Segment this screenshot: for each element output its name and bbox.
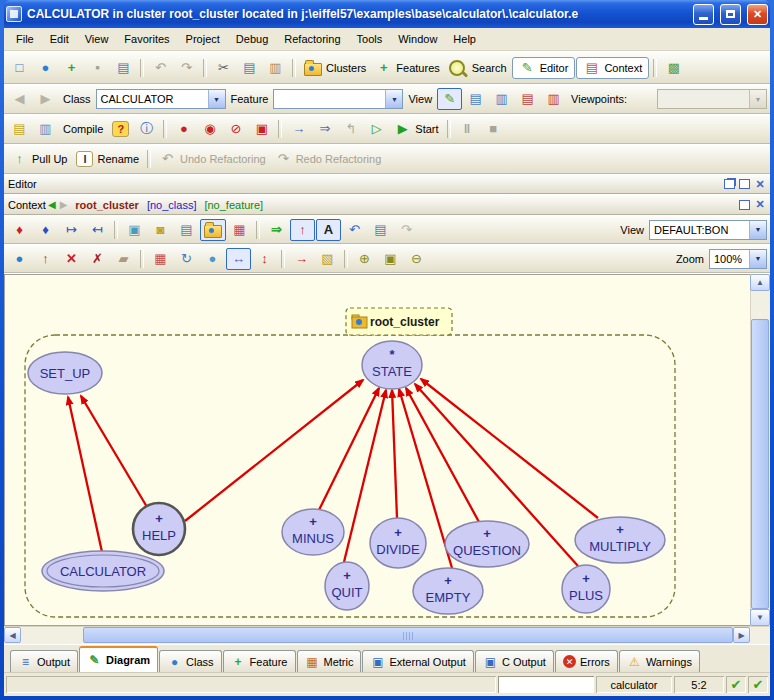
tab-warnings[interactable]: Warnings	[619, 650, 700, 672]
compile-button[interactable]: Compile	[59, 120, 107, 138]
export-locked-button[interactable]	[148, 219, 173, 241]
new-document-button[interactable]	[7, 57, 32, 79]
diagram-canvas-area[interactable]: root_clusterSET_UP*STATE+HELPCALCULATOR+…	[4, 274, 750, 626]
interface-view-button[interactable]	[541, 88, 566, 110]
precompile-button[interactable]	[33, 118, 58, 140]
undock-pane-icon[interactable]	[724, 179, 735, 189]
clusters-button[interactable]: Clusters	[300, 57, 370, 79]
tab-errors[interactable]: Errors	[555, 650, 618, 672]
new-note-button[interactable]	[315, 248, 340, 270]
diagram-node-state[interactable]: *STATE	[362, 341, 422, 389]
menu-view[interactable]: View	[77, 31, 117, 47]
zoom-combobox[interactable]: 100%▼	[709, 249, 767, 269]
close-pane-icon[interactable]: ✕	[754, 178, 766, 191]
text-tool-button[interactable]	[316, 219, 341, 241]
menu-edit[interactable]: Edit	[42, 31, 77, 47]
rename-button[interactable]: Rename	[72, 148, 143, 170]
breakpoint-enable-button[interactable]	[171, 118, 196, 140]
cut-button[interactable]	[211, 57, 236, 79]
diagram-node-minus[interactable]: +MINUS	[282, 509, 344, 555]
menu-file[interactable]: File	[8, 31, 42, 47]
editor-view-button[interactable]	[437, 88, 462, 110]
tab-external-output[interactable]: External Output	[362, 650, 473, 672]
breakpoint-disable-button[interactable]	[197, 118, 222, 140]
copy-button[interactable]	[237, 57, 262, 79]
maximize-pane-icon[interactable]	[739, 179, 750, 189]
inheritance-edge-1[interactable]	[81, 396, 147, 507]
export-png-button[interactable]	[122, 219, 147, 241]
tab-c-output[interactable]: C Output	[475, 650, 554, 672]
diagram-undo-button[interactable]	[342, 219, 367, 241]
diagram-view-combobox[interactable]: DEFAULT:BON▼	[649, 220, 767, 240]
horizontal-scrollbar[interactable]: ◀ ▶	[4, 626, 770, 644]
zoom-out-button[interactable]	[404, 248, 429, 270]
tab-metric[interactable]: Metric	[297, 650, 362, 672]
cluster-tool-button[interactable]	[33, 219, 58, 241]
put-handle-button[interactable]	[290, 219, 315, 241]
close-context-icon[interactable]: ✕	[754, 198, 766, 211]
fill-color-button[interactable]	[148, 248, 173, 270]
breakpoint-remove-button[interactable]	[223, 118, 248, 140]
horizontal-scroll-thumb[interactable]	[83, 627, 733, 643]
inheritance-edge-7[interactable]	[406, 388, 479, 522]
melt-button[interactable]	[661, 57, 686, 79]
inheritance-edge-0[interactable]	[68, 397, 102, 552]
question-mark-button[interactable]	[108, 118, 133, 140]
context-toggle-button[interactable]: Context	[576, 57, 649, 79]
add-project-button[interactable]	[59, 57, 84, 79]
diagram-node-quit[interactable]: +QUIT	[325, 562, 369, 610]
tab-class[interactable]: Class	[159, 650, 222, 672]
zoom-fit-button[interactable]	[378, 248, 403, 270]
close-button[interactable]: ✕	[747, 4, 768, 25]
context-cluster[interactable]: root_cluster	[75, 199, 139, 211]
open-document-button[interactable]	[33, 57, 58, 79]
menu-tools[interactable]: Tools	[349, 31, 391, 47]
feature-combobox-arrow-icon[interactable]: ▼	[385, 90, 402, 108]
cluster-legend-button[interactable]	[200, 248, 225, 270]
scroll-right-icon[interactable]: ▶	[733, 627, 750, 643]
inheritance-edge-5[interactable]	[392, 390, 397, 518]
menu-project[interactable]: Project	[178, 31, 228, 47]
diagram-node-set_up[interactable]: SET_UP	[28, 352, 102, 394]
zoom-in-button[interactable]	[352, 248, 377, 270]
diagram-node-multiply[interactable]: +MULTIPLY	[575, 517, 665, 563]
delete-item-button[interactable]	[59, 248, 84, 270]
features-button[interactable]: Features	[371, 57, 443, 79]
rotate-button[interactable]	[174, 248, 199, 270]
diagram-history-button[interactable]	[368, 219, 393, 241]
class-colors-button[interactable]	[227, 219, 252, 241]
context-no-feature[interactable]: [no_feature]	[204, 199, 263, 211]
menu-help[interactable]: Help	[445, 31, 484, 47]
menu-refactoring[interactable]: Refactoring	[276, 31, 348, 47]
class-tool-button[interactable]	[7, 219, 32, 241]
vertical-scrollbar[interactable]: ▲ ▼	[750, 274, 770, 626]
diagram-node-divide[interactable]: +DIVIDE	[370, 518, 426, 568]
tab-diagram[interactable]: Diagram	[79, 646, 158, 672]
scroll-up-icon[interactable]: ▲	[750, 274, 770, 291]
diagram-node-empty[interactable]: +EMPTY	[413, 568, 483, 614]
scroll-down-icon[interactable]: ▼	[750, 609, 770, 626]
diagram-node-question[interactable]: +QUESTION	[445, 521, 529, 567]
inheritance-link-tool-button[interactable]	[85, 219, 110, 241]
zoom-combobox-arrow-icon[interactable]: ▼	[749, 250, 766, 268]
formatted-view-button[interactable]	[463, 88, 488, 110]
system-settings-button[interactable]	[7, 118, 32, 140]
go-to-button[interactable]	[264, 219, 289, 241]
paste-button[interactable]	[263, 57, 288, 79]
new-class-button[interactable]	[7, 248, 32, 270]
flat-view-button[interactable]	[489, 88, 514, 110]
client-link-tool-button[interactable]	[59, 219, 84, 241]
sort-links-button[interactable]	[252, 248, 277, 270]
context-no-class[interactable]: [no_class]	[147, 199, 197, 211]
contract-view-button[interactable]	[515, 88, 540, 110]
tab-output[interactable]: Output	[10, 650, 78, 672]
uml-view-button[interactable]	[174, 219, 199, 241]
diagram-node-help[interactable]: +HELP	[133, 503, 185, 555]
step-over-button[interactable]	[312, 118, 337, 140]
minimize-button[interactable]	[693, 4, 714, 25]
cluster-view-button[interactable]	[200, 219, 226, 241]
scroll-left-icon[interactable]: ◀	[4, 627, 21, 643]
maximize-context-icon[interactable]	[739, 200, 750, 210]
eraser-button[interactable]	[111, 248, 136, 270]
inheritance-edge-2[interactable]	[185, 380, 363, 521]
